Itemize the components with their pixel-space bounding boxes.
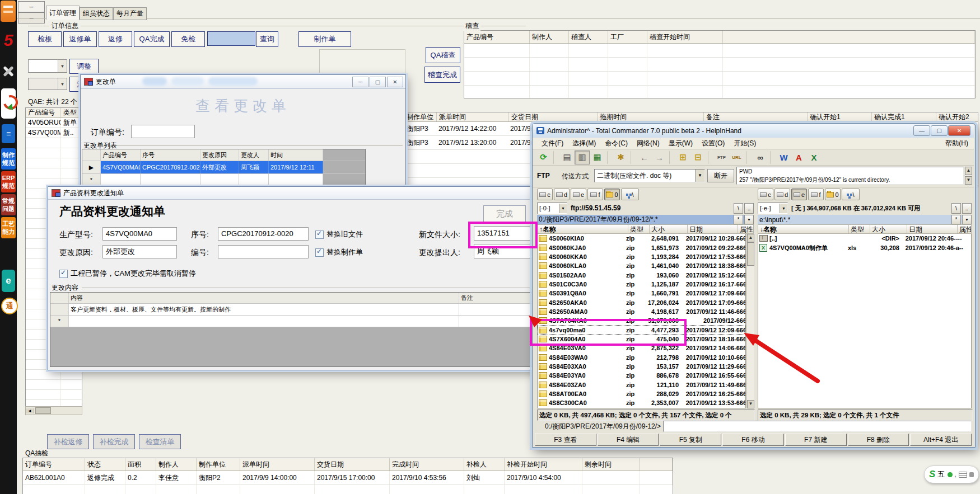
grid-row-selected[interactable]: ▶4S7VQ00MA0CPGC20170912-0020外部更改周飞颖2017/… (82, 161, 365, 174)
menu-item-2[interactable]: 选择(M) (568, 139, 600, 148)
column-header[interactable]: 类型 (61, 108, 82, 117)
file-row[interactable]: 4S84E03XA0zip153,1572017/09/12 11:29-666 (538, 362, 745, 371)
column-header[interactable]: 更改原因 (200, 149, 239, 161)
tab-1[interactable]: 订单管理 (46, 6, 80, 20)
column-header-type[interactable]: 类型 (628, 225, 650, 233)
drive-f-button[interactable]: f (808, 189, 824, 200)
no-input[interactable] (218, 245, 309, 258)
qa-button-2[interactable]: 补检完成 (93, 434, 135, 449)
column-header[interactable]: 备注 (459, 293, 535, 303)
proposer-input[interactable]: 周飞颖 (474, 244, 536, 258)
grid-row-new[interactable]: * (50, 316, 535, 327)
finish-button[interactable]: 完成 (483, 205, 526, 222)
chevron-down-icon[interactable]: ▼ (695, 170, 704, 182)
column-header[interactable]: 制作单位 (404, 112, 437, 121)
wildcard-button[interactable]: * (734, 215, 743, 224)
column-header[interactable]: 制作人 (156, 458, 197, 471)
fkey-button-2[interactable]: F4 编辑 (598, 434, 659, 446)
menu-item-6[interactable]: 设置(O) (697, 139, 729, 148)
ime-bar[interactable]: S 五 , (924, 465, 979, 483)
menu-item-1[interactable]: 文件(F) (537, 139, 568, 148)
left-file-list[interactable]: 4S0060KIA0zip2,648,0912017/09/12 10:28-6… (537, 234, 746, 408)
sidebar-item-4[interactable]: 工艺能力 (1, 217, 16, 238)
qa-audit-button[interactable]: QA稽查 (426, 47, 460, 63)
column-header-size[interactable]: 大小 (870, 225, 907, 233)
pdf-icon[interactable]: A (791, 150, 806, 164)
scroll-left-icon[interactable]: ◄ (26, 408, 34, 413)
root-dir-button[interactable]: \ (951, 203, 961, 214)
back-icon[interactable]: ← (637, 150, 652, 164)
bird-logo-icon[interactable] (1, 88, 16, 119)
app-launcher-icon[interactable] (1, 1, 16, 22)
close-icon[interactable]: ✕ (387, 77, 403, 87)
column-header-name[interactable]: ↑名称 (538, 225, 628, 233)
transfer-mode-select[interactable]: 二进制(压缩文件. doc 等) ▼ (594, 169, 705, 182)
dock-minimize-button[interactable]: ─ (18, 1, 45, 12)
left-column-headers[interactable]: ↑名称类型大小日期属性 (537, 224, 754, 234)
drive-e-button[interactable]: e (791, 189, 807, 200)
round-badge-icon[interactable]: 通 (1, 298, 18, 314)
file-row[interactable]: 4S0391Q8A0zip1,660,7912017/09/12 17:09-6… (538, 289, 745, 298)
replace-sheet-checkbox[interactable]: 替换制作单 (315, 247, 363, 257)
brief-view-icon[interactable]: ▤ (559, 150, 575, 164)
teal-app-icon[interactable]: e (2, 270, 15, 292)
file-row[interactable]: 4S0060KIA0zip2,648,0912017/09/12 10:28-6… (538, 234, 745, 243)
qa-sampling-table[interactable]: 订单编号状态面积制作人制作单位派单时间交货日期完成时间补检人补检开始时间剩余时间… (22, 458, 673, 494)
root-dir-button[interactable]: \ (734, 203, 743, 214)
column-header[interactable]: 确认开始1 (808, 112, 872, 121)
qa-button-1[interactable]: 补检返修 (47, 434, 89, 449)
fkey-button-7[interactable]: Alt+F4 退出 (910, 434, 972, 446)
right-column-headers[interactable]: ↓名称类型大小日期属性 (758, 224, 972, 234)
right-file-list[interactable]: [..]<DIR>2017/09/12 20:46----X4S7VQ00MA0… (758, 234, 972, 408)
grid-row[interactable]: 客户更新资料，板材、板厚、文件等均有更新。按新的制作 (50, 304, 535, 316)
tab-2[interactable]: 组员状态 (80, 7, 113, 20)
network-button[interactable]: \ (842, 189, 860, 200)
refresh-icon[interactable]: ⟳ (536, 150, 551, 164)
column-header[interactable]: 稽查人 (569, 31, 608, 43)
file-row[interactable]: 4S84E03VA0zip2,875,3222017/09/12 14:06-6… (538, 344, 745, 352)
file-row[interactable]: 4S84E03WA0zip212,7982017/09/12 10:10-666 (538, 352, 745, 361)
maximize-icon[interactable]: ▢ (370, 77, 386, 87)
column-header[interactable]: 产品编号 (101, 149, 141, 161)
column-header-date[interactable]: 日期 (688, 225, 738, 233)
chevron-down-icon[interactable]: ▼ (780, 204, 787, 213)
parent-dir-button[interactable]: .. (744, 203, 754, 214)
column-header-attr[interactable]: 属性 (738, 225, 753, 233)
file-row[interactable]: 4S2650AKA0zip17,206,0242017/09/12 17:09-… (538, 298, 745, 307)
column-header[interactable]: 时间 (269, 149, 323, 161)
minimize-icon[interactable]: ─ (352, 77, 368, 87)
column-header[interactable]: 派单时间 (240, 458, 315, 471)
column-header[interactable]: 补检开始时间 (505, 458, 582, 471)
ftp-url-icon[interactable]: URL (729, 150, 744, 164)
command-input[interactable] (663, 421, 972, 432)
status-dot-icon[interactable] (948, 472, 952, 477)
file-row[interactable]: 4S8C300CA0zip2,353,0072017/09/12 13:53-6… (538, 398, 745, 407)
sidebar-item-1[interactable]: 制作规范 (1, 148, 16, 170)
fkey-button-3[interactable]: F5 复制 (660, 434, 721, 446)
favorites-icon[interactable]: ✱ (613, 150, 628, 164)
drive-c-button[interactable]: c (758, 189, 773, 200)
reason-input[interactable]: 外部更改 (102, 245, 177, 258)
column-header-size[interactable]: 大小 (650, 225, 688, 233)
menu-item-help[interactable]: 帮助(H) (940, 139, 974, 148)
ftp-connect-icon[interactable]: FTP (714, 150, 729, 164)
audit-done-button[interactable]: 稽查完成 (424, 67, 460, 83)
sidebar-item-2[interactable]: ERP规范 (1, 171, 16, 192)
column-header[interactable]: 稽查开始时间 (647, 31, 723, 43)
menu-item-7[interactable]: 开始(S) (729, 139, 760, 148)
drive-c-button[interactable]: c (537, 189, 553, 200)
order-button-4[interactable]: QA完成 (134, 31, 170, 47)
tab-3[interactable]: 每月产量 (113, 7, 147, 20)
paused-checkbox[interactable]: 工程已暂停，CAM更改完毕需取消暂停 (59, 269, 196, 279)
make-sheet-button[interactable]: 制作单 (298, 31, 351, 47)
full-view-icon[interactable]: ▥ (575, 150, 590, 164)
red-logo-icon[interactable]: 5 (0, 26, 17, 55)
order-button-5[interactable]: 免检 (171, 31, 205, 47)
audit-table[interactable]: 产品编号制作人稽查人工厂稽查开始时间 (464, 30, 976, 98)
thumbnail-view-icon[interactable]: ▦ (590, 150, 605, 164)
tc-titlebar[interactable]: Administrator^ - Total Commander 7.0 pub… (533, 124, 974, 138)
column-header[interactable]: 确认开始2 (936, 112, 978, 121)
column-header[interactable]: 完成时间 (390, 458, 464, 471)
punctuation-icon[interactable]: , (955, 471, 956, 478)
menu-item-3[interactable]: 命令(C) (600, 139, 632, 148)
